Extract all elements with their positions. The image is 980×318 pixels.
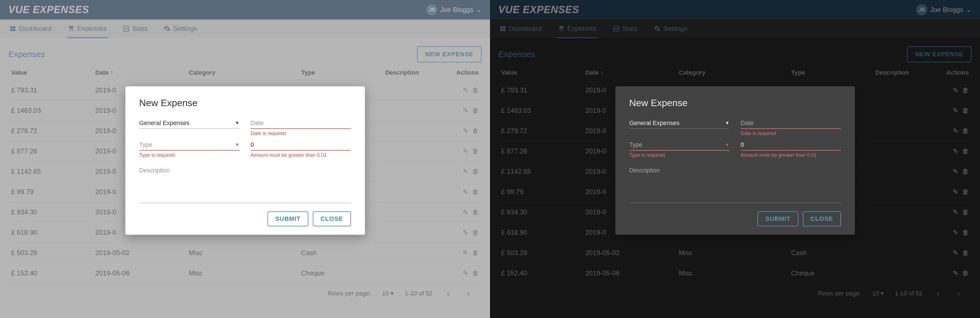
amount-input[interactable]: 0 <box>741 138 841 151</box>
type-error: Type is required <box>629 152 730 159</box>
date-input[interactable]: Date <box>741 117 841 129</box>
modal-title: New Expense <box>139 97 351 108</box>
chevron-down-icon: ▼ <box>725 121 730 126</box>
amount-value: 0 <box>251 141 254 148</box>
date-label: Date <box>741 119 754 127</box>
type-label: Type <box>139 141 153 148</box>
submit-button[interactable]: SUBMIT <box>757 211 798 226</box>
close-button[interactable]: CLOSE <box>313 211 351 226</box>
date-label: Date <box>251 119 264 127</box>
new-expense-modal: New Expense General Expenses ▼ Date Date… <box>126 86 365 235</box>
category-error <box>629 130 730 137</box>
chevron-down-icon: ▼ <box>725 142 730 147</box>
category-value: General Expenses <box>139 119 190 127</box>
description-label: Description <box>629 167 660 174</box>
type-error: Type is required <box>139 152 240 159</box>
new-expense-modal: New Expense General Expenses ▼ Date Date… <box>616 86 855 235</box>
category-value: General Expenses <box>629 119 680 127</box>
modal-title: New Expense <box>629 97 841 108</box>
date-input[interactable]: Date <box>251 117 351 129</box>
type-label: Type <box>629 141 643 148</box>
close-button[interactable]: CLOSE <box>803 211 841 226</box>
category-error <box>139 130 240 137</box>
amount-error: Amount must be greater than 0.01 <box>741 152 841 159</box>
amount-error: Amount must be greater than 0.01 <box>251 152 351 159</box>
submit-button[interactable]: SUBMIT <box>267 211 308 226</box>
type-select[interactable]: Type ▼ <box>629 138 730 151</box>
category-select[interactable]: General Expenses ▼ <box>139 117 240 129</box>
amount-value: 0 <box>741 141 744 148</box>
date-error: Date is required <box>741 130 841 137</box>
type-select[interactable]: Type ▼ <box>139 138 240 151</box>
description-input[interactable]: Description <box>629 164 841 203</box>
description-input[interactable]: Description <box>139 164 351 203</box>
chevron-down-icon: ▼ <box>235 142 240 147</box>
category-select[interactable]: General Expenses ▼ <box>629 117 730 129</box>
date-error: Date is required <box>251 130 351 137</box>
chevron-down-icon: ▼ <box>235 121 240 126</box>
description-label: Description <box>139 167 170 174</box>
amount-input[interactable]: 0 <box>251 138 351 151</box>
